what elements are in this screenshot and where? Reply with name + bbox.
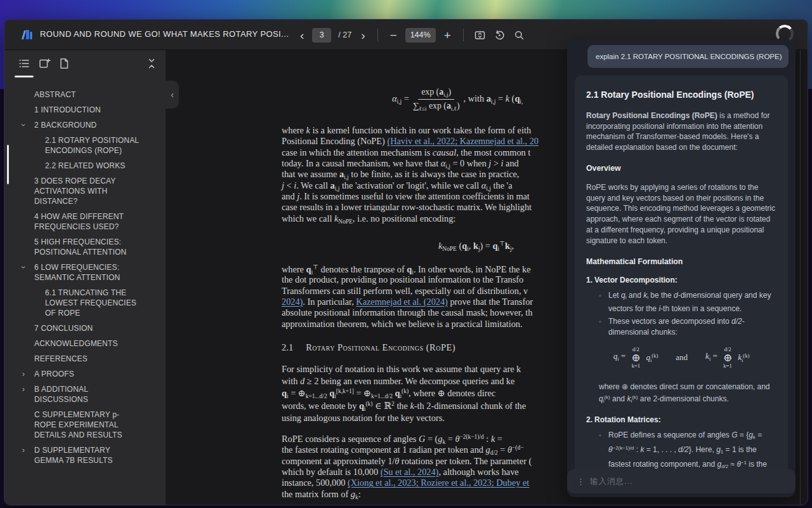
next-page-button[interactable]: › [358,29,367,41]
text-segment: = ( [425,434,438,444]
chevron-down-icon[interactable]: › [18,264,29,271]
chevron-right-icon[interactable]: › [20,445,27,455]
toc-item[interactable]: 2.1 ROTARY POSITIONAL ENCODINGS (ROPE) [4,135,139,156]
text-segment: . In particular, [303,297,356,307]
toc-item-label: 2.2 RELATED WORKS [45,161,126,170]
paragraph: where qi⊤ denotes the tranpose of qi. In… [282,264,533,330]
text-segment: = { [737,431,749,439]
text-segment: : [634,445,640,454]
toc-item[interactable]: ›D SUPPLEMENTARY GEMMA 7B RESULTS [4,445,134,465]
pdf-text-line: words, we denote by qi(k) ∈ ℝ2 the k-th … [282,401,526,413]
citation-link[interactable]: (Haviv et al., 2022; Kazemnejad et al., … [387,136,539,146]
pdf-text-line: case results in a lower triangular row-s… [282,202,539,213]
chevron-right-icon[interactable]: › [20,384,27,394]
text-segment: , [512,241,514,251]
collapse-sections-button[interactable] [145,57,158,70]
citation-link[interactable]: (Xiong et al., 2023; Roziere et al., 202… [348,478,529,488]
toc-item[interactable]: 3 DOES ROPE DECAY ACTIVATIONS WITH DISTA… [4,176,134,206]
pdf-text-line: 2024). In particular, Kazemnejad et al. … [282,297,533,307]
toc-item-label: 6.1 TRUNCATING THE LOWEST FREQUENCIES OF… [45,288,136,318]
zoom-level[interactable]: 144% [405,28,436,43]
overview-heading: Overview [586,163,776,174]
kebab-menu-icon[interactable]: ⋮ [577,478,582,485]
citation-link[interactable]: (Su et al., 2024) [381,467,439,477]
chevron-left-icon: ‹ [171,90,174,100]
toc-item[interactable]: ACKNOWLEDGMENTS [4,338,134,349]
toc-item[interactable]: ›A PROOFS [4,369,134,379]
citation-link[interactable]: 2024) [282,297,303,307]
chevron-down-icon[interactable]: › [18,122,29,128]
annotations-tab-button[interactable] [38,57,51,70]
toc-item[interactable]: C SUPPLEMENTARY p-ROPE EXPERIMENTAL DETA… [4,410,134,440]
text-segment: −2(k−1)/d [613,445,634,451]
chevron-right-icon[interactable]: › [20,369,27,379]
text-segment: to be finite, as it is always the case i… [349,169,520,179]
rotate-button[interactable] [493,28,507,42]
text-segment: }. Here, [689,445,716,454]
toc-item-label: 1 INTRODUCTION [34,105,101,114]
text-segment: = ⊕ [289,388,306,398]
pdf-text-line: approximation theorem, which we believe … [282,319,533,330]
text-segment: i,j [344,174,349,180]
text-segment: −(d− [512,445,523,451]
zoom-out-button[interactable]: − [388,29,400,41]
equation-part: qi(k) [646,351,658,366]
text-segment: which by default is 10,000 [282,467,381,477]
text-segment: words, we denote by [282,401,359,411]
text-segment: d [674,291,678,300]
text-segment: i,j [445,163,450,170]
toc-tab-button[interactable] [18,57,30,70]
text-segment: the 'activation' or 'logit', while we ca… [339,180,481,190]
toc-item-label: REFERENCES [34,354,88,363]
text-segment: i,j [486,185,491,192]
page-total-label: / 27 [338,30,351,39]
toc-item-label: 6 LOW FREQUENCIES: SEMANTIC ATTENTION [34,263,120,282]
previous-page-button[interactable]: ‹ [298,29,306,41]
text-segment: q [282,388,287,398]
text-segment: where [282,125,306,135]
text-segment: the fastest rotating component at 1 radi… [282,444,486,455]
pdf-text-line: the dot product, providing no positional… [282,274,533,285]
equation-attention: αi,j = exp (ai,j) ∑ℓ≤i exp (ai,ℓ) , with… [392,87,523,111]
text-segment: , the most common t [456,147,530,157]
text-segment: the matrix form of [282,489,351,499]
fit-to-screen-button[interactable] [473,28,487,42]
user-query-chip[interactable]: explain 2.1 ROTARY POSITIONAL ENCODINGS … [587,45,789,68]
text-segment: < [284,180,294,190]
toc-item-label: 2.1 ROTARY POSITIONAL ENCODINGS (ROPE) [45,136,139,155]
chat-input-bar[interactable]: ⋮ 输入消息... [567,469,796,493]
toc-list-icon [18,57,30,70]
search-button[interactable] [513,28,527,42]
toc-item[interactable]: ›6 LOW FREQUENCIES: SEMANTIC ATTENTION [4,262,134,283]
toc-item[interactable]: 6.1 TRUNCATING THE LOWEST FREQUENCIES OF… [4,288,139,318]
text-segment: k=1...d/2 [371,393,393,399]
text-segment: RoPE considers a sequence of angles [282,434,419,444]
sidebar-collapse-handle[interactable]: ‹ [166,81,179,109]
text-segment: prove that the Transfor [448,297,533,307]
pdf-text-line: with d ≥ 2 being an even number. We deco… [282,376,526,388]
toc-item[interactable]: 7 CONCLUSION [4,323,134,333]
toc-item[interactable]: 1 INTRODUCTION [4,105,134,115]
text-segment: (k) [632,394,638,400]
collapse-vertical-icon [145,57,158,70]
toc-item[interactable]: ›B ADDITIONAL DISCUSSIONS [4,384,134,404]
text-segment: causal [433,147,456,157]
text-segment: is a kernel function which in our work t… [310,125,531,135]
zoom-in-button[interactable]: + [442,29,454,41]
ai-chat-panel: explain 2.1 ROTARY POSITIONAL ENCODINGS … [567,40,796,497]
text-segment: the 'a [491,180,513,190]
toc-item[interactable]: 5 HIGH FREQUENCIES: POSITIONAL ATTENTION [4,237,134,257]
toc-item[interactable]: 4 HOW ARE DIFFERENT FREQUENCIES USED? [4,211,134,232]
text-segment: = [495,434,502,444]
thumbnails-tab-button[interactable] [58,57,70,70]
pdf-scrollbar[interactable] [800,50,801,505]
citation-link[interactable]: Kazemnejad et al. (2024) [356,297,448,307]
toc-item[interactable]: ›2 BACKGROUND [4,120,134,130]
toc-item[interactable]: ABSTRACT [4,90,134,100]
page-number-input[interactable]: 3 [312,28,331,43]
equation-rhs: , with ai,j = k (qi, [464,93,523,105]
toc-item[interactable]: REFERENCES [4,354,134,364]
toc-item[interactable]: 2.2 RELATED WORKS [4,161,139,171]
pdf-text-line: which we call kNoPE, i.e. no positional … [282,213,539,224]
text-segment: that we assume [282,169,339,179]
